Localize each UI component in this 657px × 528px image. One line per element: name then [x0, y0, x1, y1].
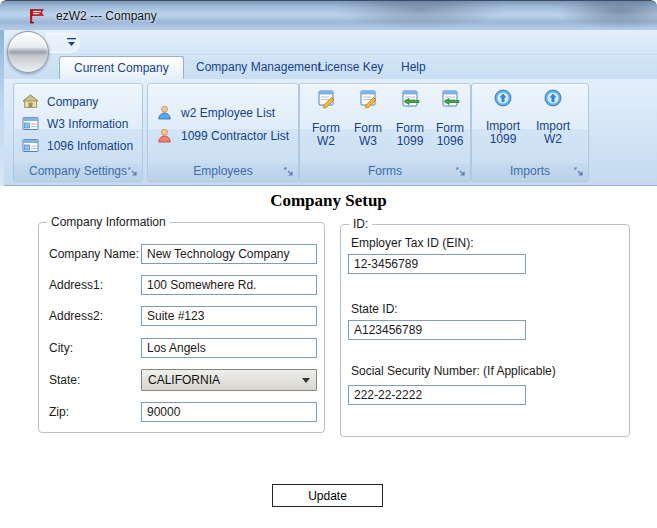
- tab-current-company[interactable]: Current Company: [59, 56, 184, 79]
- dialog-launcher-icon[interactable]: [127, 166, 139, 178]
- state-dropdown[interactable]: CALIFORNIA: [141, 369, 317, 391]
- address2-label: Address2:: [49, 309, 103, 323]
- ribbon-item-label: 1099 Contractor List: [181, 129, 289, 143]
- person-blue-icon: [156, 105, 173, 120]
- ribbon-button-form-1096[interactable]: Form 1096: [430, 89, 470, 148]
- state-id-label: State ID:: [351, 302, 398, 316]
- form-edit-icon: [316, 89, 336, 109]
- update-button[interactable]: Update: [272, 484, 383, 507]
- dialog-launcher-icon[interactable]: [573, 166, 585, 178]
- group-caption: Imports: [472, 163, 588, 181]
- button-label-line2: W2: [530, 133, 576, 146]
- state-id-field[interactable]: [348, 320, 526, 340]
- form-grid-icon: [22, 138, 39, 153]
- button-label-line2: W3: [348, 135, 388, 148]
- ribbon-group-imports: Import 1099 Import W2 Imports: [471, 83, 589, 182]
- ribbon-button-import-w2[interactable]: Import W2: [530, 89, 576, 146]
- window-title: ezW2 --- Company: [56, 9, 157, 23]
- company-information-groupbox: Company Information Company Name: Addres…: [38, 222, 325, 433]
- tab-license-key[interactable]: License Key: [304, 56, 397, 79]
- state-dropdown-value: CALIFORNIA: [148, 373, 220, 387]
- group-caption: Forms: [300, 163, 470, 181]
- ribbon-group-employees: w2 Employee List 1099 Contractor List Em…: [147, 83, 299, 182]
- app-window: ezW2 --- Company Current Company Company…: [0, 0, 657, 528]
- group-caption: Company Settings: [14, 163, 142, 181]
- address1-field[interactable]: [141, 275, 317, 295]
- page-title: Company Setup: [0, 191, 657, 211]
- ribbon-top-strip: [4, 30, 657, 55]
- id-groupbox: ID: Employer Tax ID (EIN): State ID: Soc…: [340, 224, 630, 437]
- import-icon: [494, 89, 512, 107]
- ribbon-item-label: w2 Employee List: [181, 106, 275, 120]
- form-grid-icon: [22, 116, 39, 131]
- ribbon-item-w2-employee-list[interactable]: w2 Employee List: [156, 105, 275, 120]
- company-name-field[interactable]: [141, 244, 317, 264]
- tab-help[interactable]: Help: [387, 56, 440, 79]
- qat-dropdown-icon[interactable]: [66, 36, 77, 48]
- person-red-icon: [156, 128, 173, 143]
- ezw2-flag-icon: [28, 7, 46, 25]
- ribbon-group-company-settings: Company W3 Information: [13, 83, 143, 182]
- dialog-launcher-icon[interactable]: [455, 166, 467, 178]
- ribbon-item-1096-information[interactable]: 1096 Infomation: [22, 138, 133, 153]
- ribbon-button-form-w3[interactable]: Form W3: [348, 89, 388, 148]
- ssn-field[interactable]: [348, 385, 526, 405]
- button-label-line2: W2: [306, 135, 346, 148]
- city-field[interactable]: [141, 338, 317, 358]
- button-label-line2: 1099: [480, 133, 526, 146]
- ribbon-button-import-1099[interactable]: Import 1099: [480, 89, 526, 146]
- ribbon-button-form-1099[interactable]: Form 1099: [390, 89, 430, 148]
- button-label-line2: 1096: [430, 135, 470, 148]
- ribbon-item-label: W3 Information: [47, 117, 128, 131]
- chevron-down-icon: [302, 378, 310, 383]
- main-content: Company Setup Company Information Compan…: [0, 186, 657, 528]
- id-legend: ID:: [349, 217, 372, 231]
- import-icon: [544, 89, 562, 107]
- ribbon-item-label: Company: [47, 95, 98, 109]
- ribbon-body: Company W3 Information: [4, 79, 657, 186]
- ribbon-item-1099-contractor-list[interactable]: 1099 Contractor List: [156, 128, 289, 143]
- application-orb-button[interactable]: [7, 31, 49, 73]
- ribbon-group-forms: Form W2 Form W3: [299, 83, 471, 182]
- dialog-launcher-icon[interactable]: [283, 166, 295, 178]
- button-label-line2: 1099: [390, 135, 430, 148]
- ribbon-item-w3-information[interactable]: W3 Information: [22, 116, 128, 131]
- form-arrow-icon: [440, 89, 460, 109]
- zip-field[interactable]: [141, 402, 317, 422]
- ribbon-item-company[interactable]: Company: [22, 94, 98, 109]
- house-icon: [22, 94, 39, 109]
- ssn-label: Social Security Number: (If Applicable): [351, 364, 556, 378]
- ribbon-tab-bar: Current Company Company Management Licen…: [4, 55, 657, 79]
- titlebar[interactable]: ezW2 --- Company: [0, 0, 657, 30]
- ribbon-button-form-w2[interactable]: Form W2: [306, 89, 346, 148]
- company-name-label: Company Name:: [49, 247, 139, 261]
- address1-label: Address1:: [49, 278, 103, 292]
- form-arrow-icon: [400, 89, 420, 109]
- zip-label: Zip:: [49, 405, 69, 419]
- group-caption: Employees: [148, 163, 298, 181]
- ein-label: Employer Tax ID (EIN):: [351, 236, 473, 250]
- form-edit-icon: [358, 89, 378, 109]
- address2-field[interactable]: [141, 306, 317, 326]
- city-label: City:: [49, 341, 73, 355]
- ribbon-item-label: 1096 Infomation: [47, 139, 133, 153]
- company-information-legend: Company Information: [47, 215, 170, 229]
- state-label: State:: [49, 373, 80, 387]
- ein-field[interactable]: [348, 254, 526, 274]
